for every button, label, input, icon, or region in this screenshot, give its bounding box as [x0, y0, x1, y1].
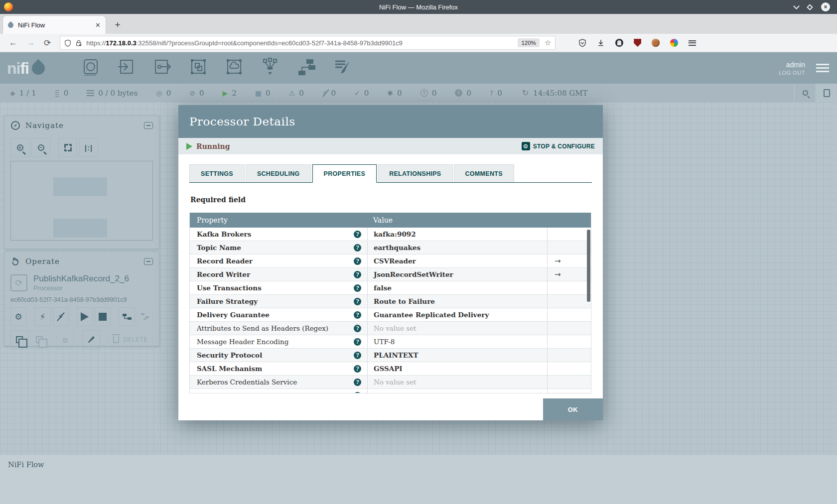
zoom-in-button[interactable]: + — [10, 138, 29, 157]
property-value[interactable]: UTF-8 — [374, 338, 395, 346]
property-value[interactable]: kafka:9092 — [374, 230, 416, 238]
change-color-button[interactable] — [82, 330, 100, 349]
property-row[interactable]: Attributes to Send as Headers (Regex)?No… — [190, 322, 591, 335]
label-icon[interactable] — [331, 57, 352, 79]
extension-privacy-icon[interactable] — [615, 39, 623, 47]
property-value[interactable]: Guarantee Replicated Delivery — [374, 311, 489, 319]
upload-template-button[interactable] — [137, 307, 153, 326]
table-scrollbar[interactable] — [587, 230, 590, 302]
property-row[interactable]: Use Transactions?false — [190, 281, 591, 295]
property-value[interactable]: GSSAPI — [374, 365, 403, 373]
tab-properties[interactable]: PROPERTIES — [312, 164, 377, 183]
bulletin-board-button[interactable] — [816, 84, 837, 102]
property-value[interactable]: JsonRecordSetWriter — [374, 270, 453, 278]
help-icon[interactable]: ? — [354, 257, 361, 265]
help-icon[interactable]: ? — [354, 271, 361, 278]
search-button[interactable] — [795, 90, 816, 96]
copy-button[interactable] — [10, 330, 28, 349]
forward-button[interactable]: → — [26, 38, 35, 48]
goto-service-icon[interactable]: → — [555, 270, 561, 279]
pocket-icon[interactable] — [578, 39, 586, 47]
property-row[interactable]: Message Header Encoding?UTF-8 — [190, 335, 591, 349]
start-button[interactable] — [77, 307, 93, 326]
help-icon[interactable]: ? — [354, 311, 361, 319]
minimize-icon[interactable] — [793, 3, 800, 9]
help-icon[interactable]: ? — [354, 284, 361, 292]
property-value[interactable]: No value set — [374, 324, 417, 332]
help-icon[interactable]: ? — [354, 378, 361, 386]
help-icon[interactable]: ? — [354, 338, 361, 346]
property-value[interactable]: Route to Failure — [374, 297, 435, 305]
zoom-actual-size-button[interactable]: |:| — [79, 138, 98, 157]
menu-hamburger-icon[interactable] — [689, 40, 696, 46]
property-value[interactable]: CSVReader — [374, 257, 416, 265]
help-icon[interactable]: ? — [354, 365, 361, 373]
help-icon[interactable]: ? — [354, 325, 361, 332]
processor-icon[interactable] — [80, 57, 101, 79]
property-row[interactable]: Record Reader?CSVReader→ — [190, 254, 591, 268]
property-value[interactable]: No value set — [374, 391, 417, 393]
help-icon[interactable]: ? — [354, 244, 361, 252]
birdseye-minimap[interactable] — [10, 161, 153, 241]
stop-button[interactable] — [95, 307, 111, 326]
url-field[interactable]: https://172.18.0.3:32558/nifi/?processGr… — [60, 36, 556, 50]
input-port-icon[interactable] — [116, 57, 137, 79]
global-menu-icon[interactable] — [816, 64, 829, 72]
zoom-level-badge[interactable]: 120% — [518, 38, 539, 47]
breadcrumb[interactable]: NiFi Flow — [8, 461, 44, 469]
stop-and-configure-button[interactable]: ⚙ STOP & CONFIGURE — [522, 142, 595, 150]
property-row[interactable]: Security Protocol?PLAINTEXT — [190, 349, 591, 362]
lock-warning-icon[interactable] — [75, 39, 82, 47]
logout-link[interactable]: LOG OUT — [779, 70, 805, 76]
tab-relationships[interactable]: RELATIONSHIPS — [378, 164, 452, 182]
collapse-operate-icon[interactable] — [144, 258, 153, 265]
property-row[interactable]: SASL Mechanism?GSSAPI — [190, 362, 591, 376]
zoom-fit-button[interactable] — [58, 138, 77, 157]
reload-button[interactable]: ⟳ — [44, 38, 51, 48]
group-button[interactable]: ⧈ — [56, 330, 74, 349]
tab-scheduling[interactable]: SCHEDULING — [246, 164, 311, 182]
extension-colorful-icon[interactable] — [670, 39, 678, 47]
funnel-icon[interactable] — [260, 57, 280, 79]
new-tab-button[interactable]: + — [111, 18, 125, 32]
process-group-icon[interactable] — [188, 57, 209, 79]
disable-button[interactable]: ⚡ — [53, 307, 69, 326]
paste-button[interactable] — [30, 330, 48, 349]
goto-service-icon[interactable]: → — [555, 256, 561, 265]
help-icon[interactable]: ? — [354, 352, 361, 359]
property-row[interactable]: Kafka Brokers?kafka:9092 — [190, 228, 591, 241]
refresh-icon[interactable]: ↻ — [522, 88, 529, 98]
delete-button[interactable]: DELETE — [108, 330, 153, 349]
help-icon[interactable]: ? — [354, 298, 361, 305]
ublock-extension-icon[interactable] — [634, 39, 641, 47]
property-value[interactable]: earthquakes — [374, 244, 420, 252]
maximize-icon[interactable] — [807, 4, 813, 10]
cookie-extension-icon[interactable] — [652, 39, 660, 47]
output-port-icon[interactable] — [152, 57, 173, 79]
zoom-out-button[interactable]: − — [31, 138, 50, 157]
close-window-icon[interactable]: × — [821, 2, 830, 11]
tracking-shield-icon[interactable] — [64, 39, 71, 47]
tab-close-icon[interactable]: ✕ — [95, 21, 101, 29]
property-row[interactable]: Topic Name?earthquakes — [190, 241, 591, 254]
property-value[interactable]: No value set — [374, 378, 417, 386]
tab-comments[interactable]: COMMENTS — [454, 164, 514, 182]
property-value[interactable]: PLAINTEXT — [374, 351, 418, 359]
property-row[interactable]: Kerberos Credentials Service?No value se… — [190, 376, 591, 389]
property-row[interactable]: Failure Strategy?Route to Failure — [190, 295, 591, 308]
template-icon[interactable] — [295, 57, 316, 79]
property-row[interactable]: Kerberos Service Name?No value set — [190, 389, 591, 393]
enable-button[interactable]: ⚡ — [34, 307, 50, 326]
collapse-navigate-icon[interactable] — [144, 122, 153, 129]
downloads-icon[interactable] — [597, 39, 605, 47]
save-template-button[interactable] — [119, 307, 135, 326]
ok-button[interactable]: OK — [543, 398, 603, 420]
tab-settings[interactable]: SETTINGS — [189, 164, 245, 182]
configure-button[interactable]: ⚙ — [10, 307, 26, 326]
back-button[interactable]: ← — [9, 38, 17, 48]
property-row[interactable]: Record Writer?JsonRecordSetWriter→ — [190, 268, 591, 281]
remote-process-group-icon[interactable] — [224, 57, 245, 79]
property-value[interactable]: false — [374, 284, 392, 292]
browser-tab[interactable]: NiFi Flow ✕ — [3, 16, 106, 34]
help-icon[interactable]: ? — [354, 231, 361, 238]
